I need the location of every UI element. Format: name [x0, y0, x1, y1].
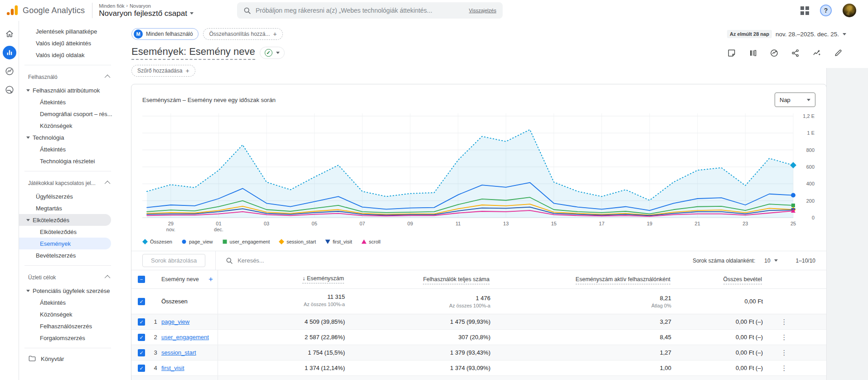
- select-all-checkbox[interactable]: −: [138, 276, 145, 283]
- edit-icon[interactable]: [834, 49, 843, 58]
- sidebar-item-jatekokkal-kapcsolatos-jel[interactable]: Játékokkal kapcsolatos jel...: [19, 175, 116, 190]
- sidebar-item-elkotelezodes[interactable]: Elköteleződés: [19, 214, 111, 226]
- sidebar-item-uzleti-celok[interactable]: Üzleti célok: [19, 270, 116, 285]
- totals-checkbox[interactable]: ✓: [138, 298, 145, 305]
- segment-chip-all-users[interactable]: M Minden felhasználó: [131, 28, 199, 40]
- sidebar-item-valos-ideju-oldalak[interactable]: Valós idejű oldalak: [19, 49, 116, 61]
- event-name-link[interactable]: page_view: [161, 318, 189, 325]
- sidebar-item-felhasznaloi-attributumok[interactable]: Felhasználói attribútumok: [19, 84, 116, 96]
- row-checkbox[interactable]: ✓: [138, 349, 145, 356]
- sidebar-item-felhasznaloszerzes[interactable]: Felhasználószerzés: [19, 320, 116, 332]
- svg-text:13: 13: [503, 221, 509, 226]
- google-analytics-logo[interactable]: Google Analytics: [6, 5, 85, 16]
- sparkline-icon[interactable]: [812, 49, 821, 58]
- legend-osszesen[interactable]: Összesen: [142, 239, 172, 244]
- legend-marker-icon: [325, 239, 330, 244]
- granularity-select[interactable]: Nap: [775, 93, 815, 107]
- table-toolbar: Sorok ábrázolása Sorok száma oldalanként…: [131, 251, 826, 270]
- event-name-link[interactable]: first_visit: [161, 365, 184, 371]
- column-count-per-user[interactable]: Eseményszám aktív felhasználónként: [576, 276, 670, 284]
- global-search[interactable]: Visszajelzés: [237, 2, 503, 19]
- legend-label: user_engagement: [230, 239, 270, 244]
- sidebar-item-attekintes[interactable]: Áttekintés: [19, 143, 116, 155]
- rows-per-page-select[interactable]: 10: [764, 258, 777, 264]
- row-menu-icon[interactable]: ⋮: [763, 364, 805, 372]
- compare-icon[interactable]: [748, 49, 757, 58]
- sidebar-item-forgalomszerzes[interactable]: Forgalomszerzés: [19, 332, 116, 344]
- page-title[interactable]: Események: Esemény neve: [131, 46, 255, 60]
- icon-rail: [0, 21, 19, 380]
- avatar[interactable]: [843, 4, 856, 17]
- advertising-icon[interactable]: [3, 83, 16, 97]
- sidebar-item-kozonsegek[interactable]: Közönségek: [19, 120, 116, 132]
- svg-text:25: 25: [790, 221, 796, 226]
- sidebar-item-konyvtar[interactable]: Könyvtár: [19, 352, 116, 365]
- account-switcher[interactable]: Minden fiók › Novaryon Novaryon fejleszt…: [99, 3, 194, 18]
- sidebar-item-kozonsegek[interactable]: Közönségek: [19, 308, 116, 320]
- legend-label: Összesen: [150, 239, 172, 244]
- apps-grid-icon[interactable]: [800, 6, 809, 15]
- add-comparison-chip[interactable]: Összehasonlítás hozzá...+: [203, 28, 282, 40]
- sidebar-item-attekintes[interactable]: Áttekintés: [19, 96, 116, 108]
- legend-session-start[interactable]: session_start: [279, 239, 316, 244]
- row-menu-icon[interactable]: ⋮: [763, 349, 805, 357]
- date-range-picker[interactable]: Az elmúlt 28 nap nov. 28.–2025. dec. 25.: [727, 30, 846, 38]
- sidebar-item-esemenyek[interactable]: Események: [19, 238, 111, 249]
- sidebar-item-jelentesek-pillanatkepe[interactable]: Jelentések pillanatképe: [19, 25, 116, 37]
- explore-icon[interactable]: [3, 64, 16, 78]
- add-filter-chip[interactable]: Szűrő hozzáadása+: [131, 65, 195, 77]
- row-number: 4: [150, 365, 161, 371]
- table-search-input[interactable]: [238, 257, 373, 264]
- plot-rows-button[interactable]: Sorok ábrázolása: [142, 254, 205, 267]
- row-checkbox[interactable]: ✓: [138, 334, 145, 341]
- column-event-count[interactable]: ↓ Eseményszám: [302, 275, 344, 283]
- reports-icon[interactable]: [3, 46, 16, 59]
- svg-text:1 E: 1 E: [807, 130, 815, 136]
- sidebar-item-megtartas[interactable]: Megtartás: [19, 202, 116, 214]
- column-revenue[interactable]: Összes bevétel: [723, 276, 762, 284]
- legend-label: session_start: [286, 239, 316, 244]
- event-name-link[interactable]: session_start: [161, 349, 196, 356]
- legend-scroll[interactable]: scroll: [361, 239, 381, 244]
- sidebar-item-valos-ideju-attekintes[interactable]: Valós idejű áttekintés: [19, 37, 116, 49]
- cell-event-count: 1 754 (15,5%): [218, 345, 345, 360]
- dimension-status-badge[interactable]: ✓: [260, 47, 285, 59]
- search-input[interactable]: [256, 7, 465, 14]
- row-checkbox[interactable]: ✓: [138, 318, 145, 326]
- sidebar-item-elkotelezodes[interactable]: Elköteleződés: [19, 226, 116, 238]
- sidebar-item-ugyfelszerzes[interactable]: Ügyfélszerzés: [19, 190, 116, 202]
- insights-icon[interactable]: [770, 49, 779, 58]
- breadcrumb-property[interactable]: Novaryon: [130, 3, 151, 9]
- table-search[interactable]: [216, 257, 693, 264]
- cell-total-users: 307 (20,8%): [345, 334, 490, 341]
- chevron-up-icon: [105, 275, 111, 281]
- sidebar-item-attekintes[interactable]: Áttekintés: [19, 297, 116, 308]
- sidebar-item-technologia-reszletei[interactable]: Technológia részletei: [19, 155, 116, 167]
- legend-first-visit[interactable]: first_visit: [325, 239, 352, 244]
- sidebar-item-potencialis-ugyfelek-szerzese[interactable]: Potenciális ügyfelek szerzése: [19, 285, 116, 297]
- home-icon[interactable]: [3, 27, 16, 41]
- arrow-drop-down-icon: [26, 290, 30, 292]
- sidebar-item-demografiai-csoport-res[interactable]: Demográfiai csoport – rés...: [19, 108, 116, 120]
- row-menu-icon[interactable]: ⋮: [763, 333, 805, 341]
- svg-text:09: 09: [407, 221, 413, 226]
- column-total-users[interactable]: Felhasználók teljes száma: [423, 276, 490, 284]
- sidebar-item-technologia[interactable]: Technológia: [19, 132, 116, 143]
- feedback-link[interactable]: Visszajelzés: [469, 8, 496, 13]
- note-icon[interactable]: [727, 49, 736, 58]
- row-menu-icon[interactable]: ⋮: [763, 318, 805, 326]
- sidebar-item-felhasznalo[interactable]: Felhasználó: [19, 69, 116, 84]
- event-name-link[interactable]: user_engagement: [161, 334, 209, 341]
- legend-user-engagement[interactable]: user_engagement: [222, 239, 270, 244]
- table-row-scroll: ✓5scroll902 (7,97%)163 (11,04%)5,570,00 …: [131, 376, 826, 380]
- column-event-name[interactable]: Esemény neve: [161, 276, 199, 283]
- help-icon[interactable]: ?: [820, 5, 832, 16]
- legend-page-view[interactable]: page_view: [181, 239, 213, 244]
- breadcrumb-account[interactable]: Minden fiók: [99, 3, 124, 9]
- cell-event-count: 4 509 (39,85%): [218, 314, 345, 329]
- add-column-icon[interactable]: +: [209, 275, 213, 284]
- chevron-up-icon: [105, 75, 111, 81]
- share-icon[interactable]: [791, 49, 800, 58]
- sidebar-item-bevetelszerzes[interactable]: Bevételszerzés: [19, 249, 116, 261]
- row-checkbox[interactable]: ✓: [138, 365, 145, 372]
